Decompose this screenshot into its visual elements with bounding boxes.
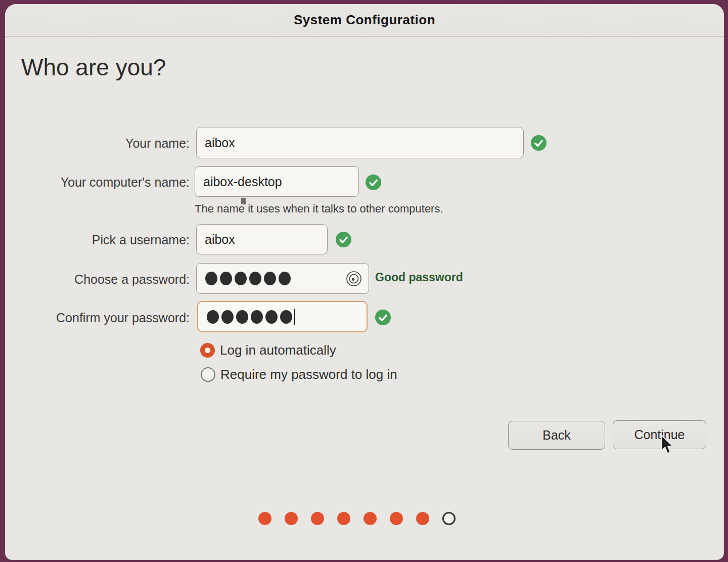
confirm-password-label: Confirm your password: (5, 310, 190, 326)
progress-dot (337, 512, 350, 525)
back-button[interactable]: Back (508, 421, 605, 450)
confirm-password-dots (207, 310, 292, 324)
content-pane-divider (581, 105, 724, 105)
username-label: Pick a username: (5, 232, 190, 248)
reveal-password-icon[interactable] (345, 270, 362, 287)
radio-unselected-icon[interactable] (201, 367, 215, 382)
continue-button[interactable]: Continue (613, 420, 706, 449)
window-title: System Configuration (294, 12, 435, 28)
progress-dot (285, 512, 298, 525)
progress-dot (442, 512, 456, 525)
progress-dot (390, 512, 403, 525)
confirm-password-valid-check-icon (375, 310, 391, 325)
installer-window: System Configuration Who are you? Your n… (5, 4, 724, 560)
username-valid-check-icon (336, 232, 351, 247)
radio-selected-icon[interactable] (200, 343, 215, 358)
computer-name-helper-text: The name it uses when it talks to other … (195, 202, 443, 215)
login-automatically-option[interactable]: Log in automatically (200, 342, 336, 358)
password-strength-text: Good password (375, 271, 463, 284)
page-title: Who are you? (21, 54, 166, 81)
require-password-label: Require my password to log in (220, 367, 397, 382)
your-name-valid-check-icon (531, 135, 547, 151)
install-progress-dots (258, 512, 456, 525)
computer-name-valid-check-icon (366, 175, 381, 190)
username-input[interactable] (196, 224, 328, 254)
password-label: Choose a password: (5, 271, 190, 287)
progress-dot (416, 512, 429, 525)
progress-dot (363, 512, 377, 525)
login-automatically-label: Log in automatically (220, 342, 336, 358)
computer-name-input[interactable] (195, 166, 359, 197)
progress-dot (311, 512, 324, 525)
your-name-label: Your name: (5, 135, 190, 151)
require-password-option[interactable]: Require my password to log in (201, 367, 397, 382)
text-caret (294, 309, 295, 325)
confirm-password-input[interactable] (197, 301, 368, 332)
your-name-input[interactable] (196, 127, 524, 158)
progress-dot (258, 512, 271, 525)
computer-name-label: Your computer's name: (5, 174, 190, 190)
password-dots (205, 272, 291, 285)
window-titlebar: System Configuration (5, 4, 724, 36)
password-input[interactable] (196, 263, 369, 294)
desktop-background: { "window": { "title": "System Configura… (0, 0, 728, 562)
